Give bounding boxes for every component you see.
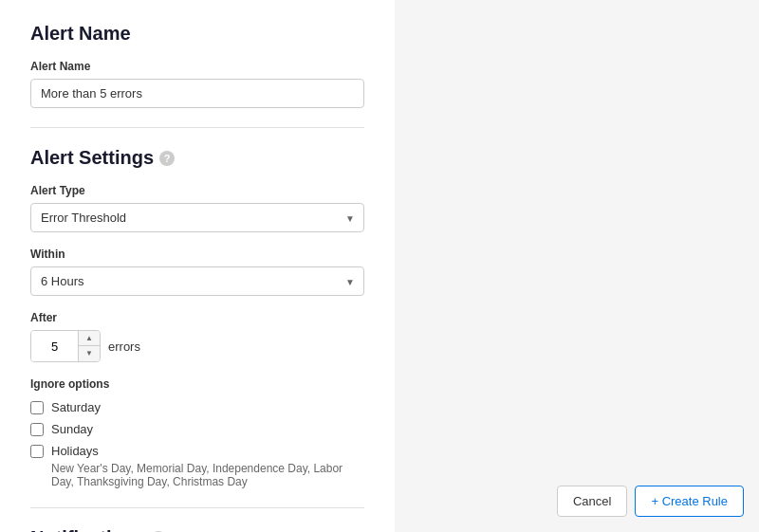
- alert-type-select-wrapper: Error Threshold Error Rate Custom ▼: [30, 203, 364, 232]
- holidays-row: Holidays: [30, 444, 364, 458]
- saturday-label: Saturday: [51, 400, 101, 414]
- sunday-label: Sunday: [51, 422, 93, 436]
- action-buttons: Cancel + Create Rule: [557, 486, 744, 517]
- alert-name-title: Alert Name: [30, 23, 364, 45]
- after-field: After ▲ ▼ errors: [30, 311, 364, 362]
- alert-name-field: Alert Name: [30, 60, 364, 108]
- alert-settings-section: Alert Settings ? Alert Type Error Thresh…: [30, 147, 364, 488]
- spinner-down-button[interactable]: ▼: [79, 346, 100, 361]
- alert-settings-help-icon[interactable]: ?: [159, 151, 175, 166]
- divider-1: [30, 127, 364, 128]
- alert-type-field: Alert Type Error Threshold Error Rate Cu…: [30, 184, 364, 232]
- ignore-options-field: Ignore options Saturday Sunday Holidays …: [30, 377, 364, 488]
- alert-type-select[interactable]: Error Threshold Error Rate Custom: [30, 203, 364, 232]
- notifications-title: Notifications: [30, 527, 145, 532]
- ignore-options-label: Ignore options: [30, 377, 364, 391]
- holidays-checkbox[interactable]: [30, 445, 44, 458]
- after-spinner: ▲ ▼: [30, 330, 101, 362]
- saturday-row: Saturday: [30, 400, 364, 414]
- spinner-buttons: ▲ ▼: [79, 331, 100, 361]
- right-sidebar: Cancel + Create Rule: [395, 0, 759, 532]
- alert-type-label: Alert Type: [30, 184, 364, 197]
- alert-name-input[interactable]: [30, 79, 364, 108]
- after-row: ▲ ▼ errors: [30, 330, 364, 362]
- after-label: After: [30, 311, 364, 324]
- notifications-section: Notifications ? i Redox Email Address Th…: [30, 527, 364, 532]
- holidays-label: Holidays: [51, 444, 99, 458]
- main-content: Alert Name Alert Name Alert Settings ? A…: [0, 0, 395, 532]
- alert-settings-header: Alert Settings ?: [30, 147, 364, 169]
- after-input[interactable]: [31, 331, 79, 361]
- divider-2: [30, 507, 364, 508]
- alert-settings-title: Alert Settings: [30, 147, 154, 169]
- sunday-row: Sunday: [30, 422, 364, 436]
- errors-suffix-label: errors: [108, 339, 140, 354]
- alert-name-label: Alert Name: [30, 60, 364, 73]
- within-select-wrapper: 1 Hour 3 Hours 6 Hours 12 Hours 24 Hours…: [30, 266, 364, 296]
- notifications-header: Notifications ?: [30, 527, 364, 532]
- sunday-checkbox[interactable]: [30, 423, 44, 436]
- alert-name-section: Alert Name Alert Name: [30, 23, 364, 108]
- within-field: Within 1 Hour 3 Hours 6 Hours 12 Hours 2…: [30, 248, 364, 296]
- spinner-up-button[interactable]: ▲: [79, 331, 100, 346]
- holidays-description: New Year's Day, Memorial Day, Independen…: [51, 462, 364, 488]
- cancel-button[interactable]: Cancel: [557, 486, 627, 517]
- within-label: Within: [30, 248, 364, 261]
- within-select[interactable]: 1 Hour 3 Hours 6 Hours 12 Hours 24 Hours: [30, 266, 364, 296]
- create-rule-button[interactable]: + Create Rule: [635, 486, 744, 517]
- saturday-checkbox[interactable]: [30, 401, 44, 414]
